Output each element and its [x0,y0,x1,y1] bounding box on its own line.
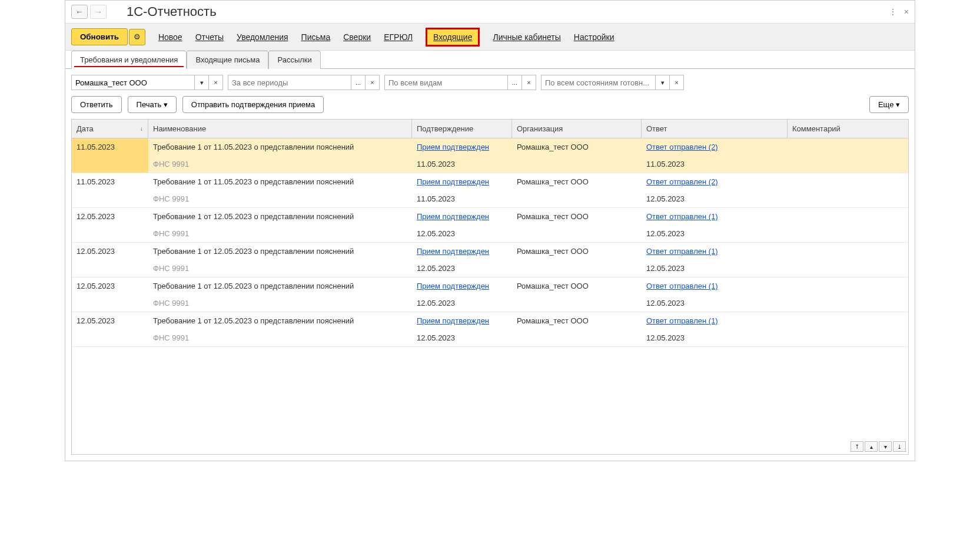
nav-егрюл[interactable]: ЕГРЮЛ [384,32,413,42]
cell-name: Требование 1 от 11.05.2023 о представлен… [148,173,412,190]
page-title: 1С-Отчетность [127,4,217,19]
cell-date: 11.05.2023 [72,173,148,190]
col-org[interactable]: Организация [512,120,642,138]
col-confirm[interactable]: Подтверждение [412,120,512,138]
cell-sub: ФНС 9991 [148,190,412,207]
cell-response-date: 12.05.2023 [642,295,788,312]
list-bottom-button[interactable]: ⤓ [893,441,906,452]
nav-новое[interactable]: Новое [158,32,182,42]
sort-asc-icon: ↓ [140,125,143,132]
response-link[interactable]: Ответ отправлен (1) [646,282,718,290]
status-clear[interactable]: × [670,75,684,90]
gear-icon: ⚙ [134,32,141,41]
cell-date: 12.05.2023 [72,277,148,295]
nav-настройки[interactable]: Настройки [574,32,614,42]
table-row[interactable]: 12.05.2023Требование 1 от 12.05.2023 о п… [72,208,908,243]
response-link[interactable]: Ответ отправлен (1) [646,247,718,256]
confirm-link[interactable]: Прием подтвержден [417,143,489,151]
chevron-down-icon: ▾ [896,100,900,109]
menu-icon[interactable]: ⋮ [889,7,897,16]
confirm-link[interactable]: Прием подтвержден [417,177,489,186]
cell-comment [788,312,908,329]
table-row[interactable]: 12.05.2023Требование 1 от 12.05.2023 о п… [72,243,908,277]
reply-button[interactable]: Ответить [71,96,122,113]
confirm-link[interactable]: Прием подтвержден [417,282,489,290]
tab-0[interactable]: Требования и уведомления [71,51,187,69]
confirm-link[interactable]: Прием подтвержден [417,247,489,256]
nav-сверки[interactable]: Сверки [343,32,371,42]
confirm-link[interactable]: Прием подтвержден [417,212,489,221]
period-filter[interactable] [228,75,351,90]
nav-письма[interactable]: Письма [301,32,331,42]
table-row[interactable]: 12.05.2023Требование 1 от 12.05.2023 о п… [72,277,908,312]
response-link[interactable]: Ответ отправлен (2) [646,143,718,151]
cell-org: Ромашка_тест ООО [512,173,642,190]
cell-date: 11.05.2023 [72,138,148,156]
nav-отчеты[interactable]: Отчеты [195,32,224,42]
status-filter[interactable] [541,75,656,90]
cell-name: Требование 1 от 12.05.2023 о представлен… [148,277,412,295]
more-button[interactable]: Еще ▾ [869,96,909,113]
table-row[interactable]: 12.05.2023Требование 1 от 12.05.2023 о п… [72,312,908,347]
cell-confirm-date: 12.05.2023 [412,225,512,242]
close-icon[interactable]: × [904,7,909,16]
type-clear[interactable]: × [522,75,536,90]
forward-button[interactable]: → [90,5,107,19]
nav-личные кабинеты[interactable]: Личные кабинеты [493,32,560,42]
list-up-button[interactable]: ▴ [865,441,878,452]
list-down-button[interactable]: ▾ [879,441,892,452]
response-link[interactable]: Ответ отправлен (2) [646,177,718,186]
cell-sub: ФНС 9991 [148,329,412,346]
nav-уведомления[interactable]: Уведомления [237,32,288,42]
col-name[interactable]: Наименование [148,120,412,138]
chevron-down-icon: ▾ [164,100,168,109]
response-link[interactable]: Ответ отправлен (1) [646,316,718,325]
send-confirmations-button[interactable]: Отправить подтверждения приема [182,96,324,113]
nav-входящие[interactable]: Входящие [426,28,480,47]
tab-1[interactable]: Входящие письма [187,51,268,69]
table-row[interactable]: 11.05.2023Требование 1 от 11.05.2023 о п… [72,138,908,173]
cell-org: Ромашка_тест ООО [512,138,642,156]
period-ellipsis[interactable]: ... [351,75,366,90]
status-dropdown[interactable]: ▾ [656,75,670,90]
cell-confirm-date: 11.05.2023 [412,190,512,207]
cell-org: Ромашка_тест ООО [512,208,642,225]
print-button[interactable]: Печать ▾ [128,96,177,113]
back-button[interactable]: ← [71,5,88,19]
table-row[interactable]: 11.05.2023Требование 1 от 11.05.2023 о п… [72,173,908,208]
cell-comment [788,277,908,295]
cell-date: 12.05.2023 [72,243,148,260]
tab-2[interactable]: Рассылки [268,51,320,69]
cell-comment [788,138,908,156]
org-filter[interactable] [71,75,195,90]
cell-sub: ФНС 9991 [148,156,412,173]
gear-button[interactable]: ⚙ [129,29,145,45]
cell-org: Ромашка_тест ООО [512,243,642,260]
confirm-link[interactable]: Прием подтвержден [417,316,489,325]
response-link[interactable]: Ответ отправлен (1) [646,212,718,221]
cell-response-date: 11.05.2023 [642,156,788,173]
list-top-button[interactable]: ⤒ [851,441,863,452]
cell-response-date: 12.05.2023 [642,329,788,346]
col-comment[interactable]: Комментарий [788,120,908,138]
col-date[interactable]: Дата↓ [72,120,148,138]
cell-response-date: 12.05.2023 [642,225,788,242]
cell-sub: ФНС 9991 [148,225,412,242]
type-ellipsis[interactable]: ... [508,75,522,90]
cell-name: Требование 1 от 11.05.2023 о представлен… [148,138,412,156]
org-dropdown[interactable]: ▾ [195,75,209,90]
period-clear[interactable]: × [366,75,380,90]
cell-name: Требование 1 от 12.05.2023 о представлен… [148,243,412,260]
cell-date: 12.05.2023 [72,312,148,329]
cell-comment [788,243,908,260]
org-clear[interactable]: × [209,75,223,90]
cell-org: Ромашка_тест ООО [512,312,642,329]
refresh-button[interactable]: Обновить [71,28,128,45]
cell-comment [788,173,908,190]
col-response[interactable]: Ответ [642,120,788,138]
cell-confirm-date: 11.05.2023 [412,156,512,173]
type-filter[interactable] [384,75,508,90]
cell-sub: ФНС 9991 [148,295,412,312]
cell-date: 12.05.2023 [72,208,148,225]
cell-org: Ромашка_тест ООО [512,277,642,295]
